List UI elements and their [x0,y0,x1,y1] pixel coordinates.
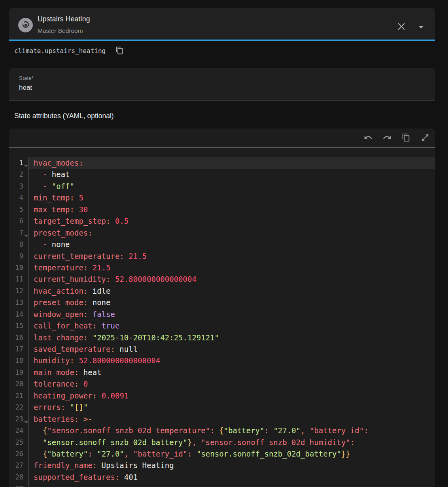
token-str: "battery" [224,426,265,435]
expand-button[interactable] [420,133,430,143]
code-line[interactable]: 25 "sensor.sonoff_snzb_02d_battery"}, "s… [9,437,435,448]
token-plain [79,415,83,423]
code-line[interactable]: 7preset_modes: [9,227,435,239]
code-text: max_temp: 30 [29,204,435,215]
token-brace: { [219,426,223,435]
copy-button[interactable] [401,133,411,143]
line-number: 2 [19,169,23,180]
code-text: {"battery": "27.0", "battery_id": "senso… [29,448,435,460]
token-brace: { [43,426,47,435]
code-line[interactable]: 8 - none [9,239,435,250]
code-line[interactable]: 15call_for_heat: true [9,320,435,332]
code-line[interactable]: 4min_temp: 5 [9,192,435,204]
code-line[interactable]: 1hvac_modes: [9,157,435,169]
token-key: - [43,170,47,179]
token-str: "sensor.sonoff_snzb_02d_battery" [43,438,187,447]
code-text: batteries: >- [29,413,435,425]
code-line[interactable]: 14window_open: false [9,309,435,320]
token-key: friendly_name [34,461,93,470]
close-button[interactable] [395,21,408,33]
token-plain [110,275,115,283]
code-text: "sensor.sonoff_snzb_02d_battery"}, "sens… [29,437,435,448]
token-num: 30 [79,205,88,214]
token-key: hvac_action [34,287,83,295]
more-options-button[interactable] [415,21,427,33]
token-plain [93,449,97,458]
code-text: hvac_modes: [29,157,435,169]
code-line[interactable]: 20tolerance: 0 [9,378,435,390]
copy-entity-id-button[interactable] [115,46,124,56]
line-gutter: 18 [9,355,29,366]
token-key: main_mode [34,368,74,377]
line-number: 4 [19,192,23,204]
token-key: humidity [34,356,70,365]
attributes-heading: State attributes (YAML, optional) [14,112,114,120]
token-key: errors [34,403,61,411]
code-text: tolerance: 0 [29,378,435,390]
line-number: 24 [15,425,23,436]
code-line[interactable]: 16last_change: "2025-10-20T10:42:25.1291… [9,332,435,344]
token-punct: : [70,205,74,214]
token-punct: , [301,426,305,435]
code-line[interactable]: 28supported_features: 401 [9,472,435,483]
scrollbar-divider[interactable] [439,0,439,487]
token-punct: : [83,333,88,342]
line-gutter: 7 [9,227,29,239]
token-plain: none [88,298,110,307]
token-punct: : [93,461,97,470]
code-line[interactable]: 22errors: "[]" [9,402,435,413]
token-plain: heat [47,170,70,179]
line-number: 14 [15,309,23,320]
token-key: "sensor.sonoff_snzb_02d_temperature" [47,426,210,435]
state-field-label: State* [19,75,34,81]
line-number: 5 [19,204,23,215]
token-brace: } [187,438,192,447]
undo-button[interactable] [363,133,373,143]
line-number: 9 [19,251,23,262]
token-brace: }} [341,449,350,458]
line-number: 28 [15,472,23,483]
token-str: " [83,403,88,411]
code-line[interactable]: 29 [9,483,435,487]
code-line[interactable]: 17saved_temperature: null [9,344,435,355]
token-punct: : [83,263,88,272]
state-input-field[interactable]: State* heat [9,68,435,100]
token-num: 0 [83,379,88,388]
code-text: errors: "[]" [29,402,435,413]
code-line[interactable]: 19main_mode: heat [9,367,435,378]
code-line[interactable]: 23batteries: >- [9,413,435,425]
code-text: main_mode: heat [29,367,435,378]
code-line[interactable]: 24 {"sensor.sonoff_snzb_02d_temperature"… [9,425,435,436]
token-plain [34,240,43,249]
code-line[interactable]: 9current_temperature: 21.5 [9,251,435,262]
code-line[interactable]: 12hvac_action: idle [9,285,435,297]
code-line[interactable]: 13preset_mode: none [9,297,435,308]
code-line[interactable]: 6target_temp_step: 0.5 [9,215,435,227]
token-punct: : [210,426,214,435]
line-gutter: 9 [9,251,29,262]
token-punct: : [93,391,97,400]
code-text: current_temperature: 21.5 [29,251,435,262]
code-line[interactable]: 10temperature: 21.5 [9,262,435,274]
code-line[interactable]: 2 - heat [9,169,435,180]
code-line[interactable]: 26 {"battery": "27.0", "battery_id": "se… [9,448,435,460]
code-line[interactable]: 3 - "off" [9,181,435,192]
code-line[interactable]: 18humidity: 52.800000000000004 [9,355,435,366]
code-line[interactable]: 21heating_power: 0.0091 [9,390,435,402]
code-line[interactable]: 27friendly_name: Upstairs Heating [9,460,435,471]
code-text: temperature: 21.5 [29,262,435,274]
code-text: preset_mode: none [29,297,435,308]
token-key: tolerance [34,379,74,388]
line-gutter: 14 [9,309,29,320]
code-line[interactable]: 5max_temp: 30 [9,204,435,215]
line-gutter: 21 [9,390,29,402]
line-gutter: 12 [9,285,29,297]
code-line[interactable]: 11current_humidity: 52.800000000000004 [9,274,435,285]
token-key: hvac_modes [34,159,79,167]
dialog-header: Upstairs Heating Master Bedroom [9,8,435,41]
code-area[interactable]: 1hvac_modes:2 - heat3 - "off"4min_temp: … [9,148,435,487]
redo-button[interactable] [382,133,392,143]
token-num: 0.5 [115,217,129,225]
token-punct: : [93,321,97,330]
token-punct: : [119,252,124,260]
